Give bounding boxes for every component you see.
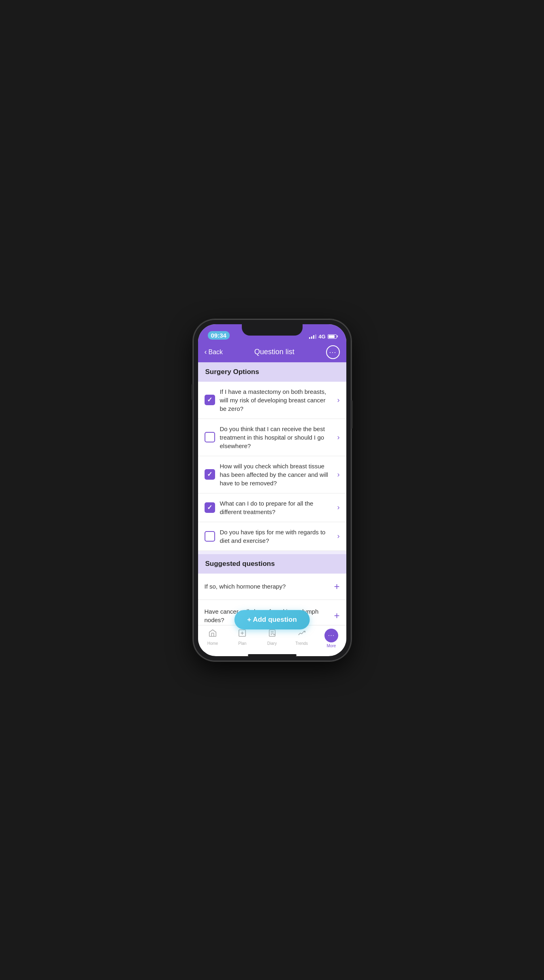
phone-screen: 09:34 4G ‹ Back Question list	[198, 324, 346, 656]
question-text-4: What can I do to prepare for all the dif…	[220, 499, 333, 516]
page-title: Question list	[254, 348, 294, 356]
checkbox-3[interactable]: ✓	[205, 469, 215, 480]
more-dots-icon: ···	[328, 632, 335, 639]
diary-icon	[268, 629, 277, 640]
checkmark-3: ✓	[207, 471, 212, 478]
bar2	[311, 336, 312, 339]
chevron-right-icon-1: ›	[337, 396, 340, 404]
question-item-5[interactable]: Do you have tips for me with regards to …	[198, 522, 346, 551]
tab-diary[interactable]: Diary	[257, 629, 287, 646]
diary-label: Diary	[267, 641, 277, 646]
question-text-3: How will you check which breast tissue h…	[220, 462, 333, 487]
checkbox-4[interactable]: ✓	[205, 502, 215, 513]
chevron-right-icon-5: ›	[337, 532, 340, 540]
back-chevron-icon: ‹	[205, 348, 207, 356]
suggested-section-header: Suggested questions	[198, 554, 346, 574]
chevron-right-icon-3: ›	[337, 470, 340, 479]
content-scroll: Surgery Options ✓ If I have a mastectomy…	[198, 362, 346, 625]
home-icon	[208, 629, 217, 640]
back-button[interactable]: ‹ Back	[205, 348, 223, 356]
suggested-item-1[interactable]: If so, which hormone therapy? +	[198, 574, 346, 600]
signal-bars	[309, 334, 316, 339]
question-item-3[interactable]: ✓ How will you check which breast tissue…	[198, 456, 346, 493]
more-circle: ···	[324, 629, 338, 642]
more-label: More	[327, 644, 336, 648]
checkmark-1: ✓	[207, 397, 212, 403]
question-text-2: Do you think that I can receive the best…	[220, 425, 333, 450]
question-text-5: Do you have tips for me with regards to …	[220, 528, 333, 545]
chevron-right-icon-4: ›	[337, 503, 340, 512]
status-right: 4G	[309, 334, 336, 340]
checkmark-4: ✓	[207, 504, 212, 511]
add-question-overlay: + Add question	[234, 610, 310, 629]
tab-plan[interactable]: Plan	[228, 629, 257, 646]
question-item-1[interactable]: ✓ If I have a mastectomy on both breasts…	[198, 382, 346, 419]
network-label: 4G	[318, 334, 325, 340]
suggested-text-1: If so, which hormone therapy?	[205, 582, 329, 591]
bar4	[315, 334, 316, 339]
battery-icon	[328, 334, 337, 339]
add-icon-1[interactable]: +	[334, 581, 339, 592]
suggested-section-title: Suggested questions	[205, 560, 275, 568]
home-label: Home	[207, 641, 218, 646]
section-divider	[198, 551, 346, 554]
question-item-4[interactable]: ✓ What can I do to prepare for all the d…	[198, 493, 346, 522]
phone-frame: 09:34 4G ‹ Back Question list	[193, 319, 351, 661]
tab-trends[interactable]: Trends	[287, 629, 316, 646]
checkbox-2[interactable]	[205, 432, 215, 442]
tab-more[interactable]: ··· More	[316, 629, 346, 648]
add-icon-2[interactable]: +	[334, 610, 339, 621]
back-label: Back	[209, 349, 223, 356]
plan-icon	[238, 629, 247, 640]
checkbox-1[interactable]: ✓	[205, 395, 215, 405]
home-indicator	[248, 654, 297, 656]
status-time: 09:34	[208, 331, 230, 340]
bar3	[313, 335, 314, 339]
nav-header: ‹ Back Question list ···	[198, 342, 346, 362]
trends-icon	[297, 629, 306, 640]
chevron-right-icon-2: ›	[337, 433, 340, 442]
question-item-2[interactable]: Do you think that I can receive the best…	[198, 419, 346, 456]
question-text-1: If I have a mastectomy on both breasts, …	[220, 387, 333, 413]
bar1	[309, 337, 310, 339]
plan-label: Plan	[238, 641, 246, 646]
add-question-button[interactable]: + Add question	[234, 610, 310, 629]
tab-home[interactable]: Home	[198, 629, 228, 646]
notch	[242, 324, 303, 336]
ellipsis-icon: ···	[329, 349, 336, 356]
battery-fill	[329, 335, 335, 338]
surgery-section-title: Surgery Options	[205, 368, 259, 376]
checkbox-5[interactable]	[205, 531, 215, 542]
surgery-section-header: Surgery Options	[198, 362, 346, 382]
more-menu-button[interactable]: ···	[326, 345, 340, 359]
trends-label: Trends	[295, 641, 308, 646]
